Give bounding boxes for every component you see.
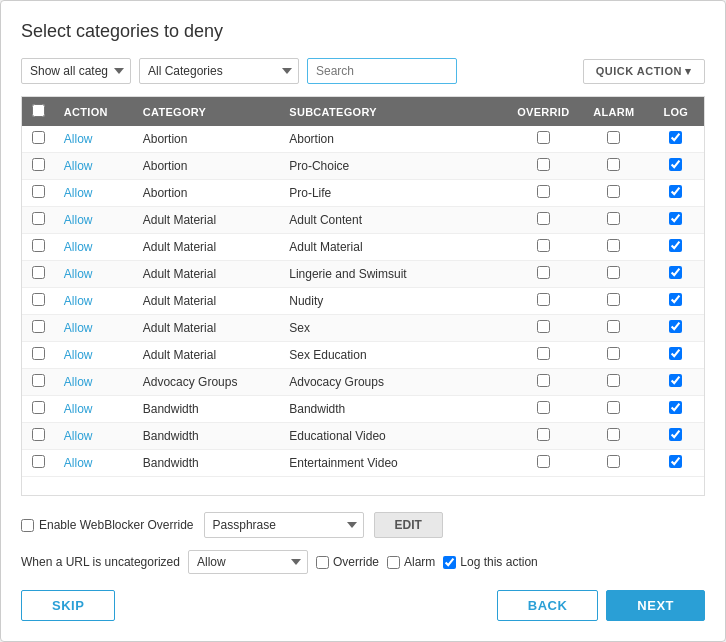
- uncategorized-action-select[interactable]: Allow: [188, 550, 308, 574]
- override-check[interactable]: [537, 266, 550, 279]
- log-check[interactable]: [669, 428, 682, 441]
- action-allow-link[interactable]: Allow: [64, 321, 93, 335]
- action-allow-link[interactable]: Allow: [64, 294, 93, 308]
- webblocker-enable-checkbox[interactable]: [21, 519, 34, 532]
- row-category: Bandwidth: [135, 396, 282, 423]
- log-check[interactable]: [669, 347, 682, 360]
- row-check-cell: [22, 180, 56, 207]
- row-subcategory: Pro-Choice: [281, 153, 506, 180]
- log-checkbox-label[interactable]: Log this action: [443, 555, 537, 569]
- alarm-check[interactable]: [607, 428, 620, 441]
- table-scroll[interactable]: ACTION CATEGORY SUBCATEGORY OVERRID ALAR…: [22, 97, 704, 495]
- alarm-check[interactable]: [607, 185, 620, 198]
- select-all-checkbox[interactable]: [32, 104, 45, 117]
- row-category: Adult Material: [135, 234, 282, 261]
- action-allow-link[interactable]: Allow: [64, 375, 93, 389]
- alarm-check[interactable]: [607, 374, 620, 387]
- override-check[interactable]: [537, 347, 550, 360]
- log-check[interactable]: [669, 455, 682, 468]
- row-checkbox[interactable]: [32, 428, 45, 441]
- show-filter-select[interactable]: Show all categories: [21, 58, 131, 84]
- row-checkbox[interactable]: [32, 320, 45, 333]
- log-check[interactable]: [669, 185, 682, 198]
- row-checkbox[interactable]: [32, 293, 45, 306]
- override-checkbox-label[interactable]: Override: [316, 555, 379, 569]
- row-alarm: [580, 153, 648, 180]
- log-check[interactable]: [669, 293, 682, 306]
- override-check[interactable]: [537, 185, 550, 198]
- override-check[interactable]: [537, 455, 550, 468]
- row-log: [648, 261, 704, 288]
- row-checkbox[interactable]: [32, 239, 45, 252]
- skip-button[interactable]: SKIP: [21, 590, 115, 621]
- log-check[interactable]: [669, 374, 682, 387]
- header-check: [22, 97, 56, 126]
- log-check[interactable]: [669, 401, 682, 414]
- alarm-check[interactable]: [607, 158, 620, 171]
- override-checkbox[interactable]: [316, 556, 329, 569]
- alarm-check[interactable]: [607, 131, 620, 144]
- alarm-check[interactable]: [607, 266, 620, 279]
- row-checkbox[interactable]: [32, 347, 45, 360]
- header-action: ACTION: [56, 97, 135, 126]
- row-checkbox[interactable]: [32, 266, 45, 279]
- override-check[interactable]: [537, 428, 550, 441]
- webblocker-enable-label[interactable]: Enable WebBlocker Override: [21, 518, 194, 532]
- row-checkbox[interactable]: [32, 401, 45, 414]
- row-override: [507, 126, 580, 153]
- action-allow-link[interactable]: Allow: [64, 240, 93, 254]
- log-checkbox[interactable]: [443, 556, 456, 569]
- log-check[interactable]: [669, 266, 682, 279]
- log-check[interactable]: [669, 212, 682, 225]
- action-allow-link[interactable]: Allow: [64, 159, 93, 173]
- row-checkbox[interactable]: [32, 455, 45, 468]
- category-filter-select[interactable]: All Categories: [139, 58, 299, 84]
- alarm-checkbox-label[interactable]: Alarm: [387, 555, 435, 569]
- action-allow-link[interactable]: Allow: [64, 456, 93, 470]
- log-check[interactable]: [669, 158, 682, 171]
- log-check[interactable]: [669, 131, 682, 144]
- alarm-check[interactable]: [607, 401, 620, 414]
- action-allow-link[interactable]: Allow: [64, 132, 93, 146]
- row-checkbox[interactable]: [32, 158, 45, 171]
- alarm-check[interactable]: [607, 455, 620, 468]
- row-alarm: [580, 207, 648, 234]
- alarm-checkbox[interactable]: [387, 556, 400, 569]
- table-row: Allow Adult Material Sex Education: [22, 342, 704, 369]
- alarm-check[interactable]: [607, 347, 620, 360]
- override-check[interactable]: [537, 401, 550, 414]
- action-allow-link[interactable]: Allow: [64, 186, 93, 200]
- row-checkbox[interactable]: [32, 212, 45, 225]
- alarm-check[interactable]: [607, 293, 620, 306]
- override-check[interactable]: [537, 374, 550, 387]
- action-allow-link[interactable]: Allow: [64, 429, 93, 443]
- next-button[interactable]: NEXT: [606, 590, 705, 621]
- action-allow-link[interactable]: Allow: [64, 348, 93, 362]
- override-check[interactable]: [537, 212, 550, 225]
- override-check[interactable]: [537, 293, 550, 306]
- log-check[interactable]: [669, 239, 682, 252]
- override-check[interactable]: [537, 320, 550, 333]
- row-subcategory: Adult Content: [281, 207, 506, 234]
- row-checkbox[interactable]: [32, 374, 45, 387]
- override-check[interactable]: [537, 158, 550, 171]
- row-checkbox[interactable]: [32, 185, 45, 198]
- table-row: Allow Bandwidth Bandwidth: [22, 396, 704, 423]
- quick-action-button[interactable]: QUICK ACTION: [583, 59, 705, 84]
- passphrase-select[interactable]: Passphrase: [204, 512, 364, 538]
- edit-button[interactable]: EDIT: [374, 512, 443, 538]
- action-allow-link[interactable]: Allow: [64, 267, 93, 281]
- action-allow-link[interactable]: Allow: [64, 402, 93, 416]
- alarm-check[interactable]: [607, 212, 620, 225]
- row-checkbox[interactable]: [32, 131, 45, 144]
- log-check[interactable]: [669, 320, 682, 333]
- override-check[interactable]: [537, 239, 550, 252]
- row-check-cell: [22, 261, 56, 288]
- alarm-check[interactable]: [607, 239, 620, 252]
- row-override: [507, 450, 580, 477]
- action-allow-link[interactable]: Allow: [64, 213, 93, 227]
- alarm-check[interactable]: [607, 320, 620, 333]
- back-button[interactable]: BACK: [497, 590, 599, 621]
- search-input[interactable]: [307, 58, 457, 84]
- override-check[interactable]: [537, 131, 550, 144]
